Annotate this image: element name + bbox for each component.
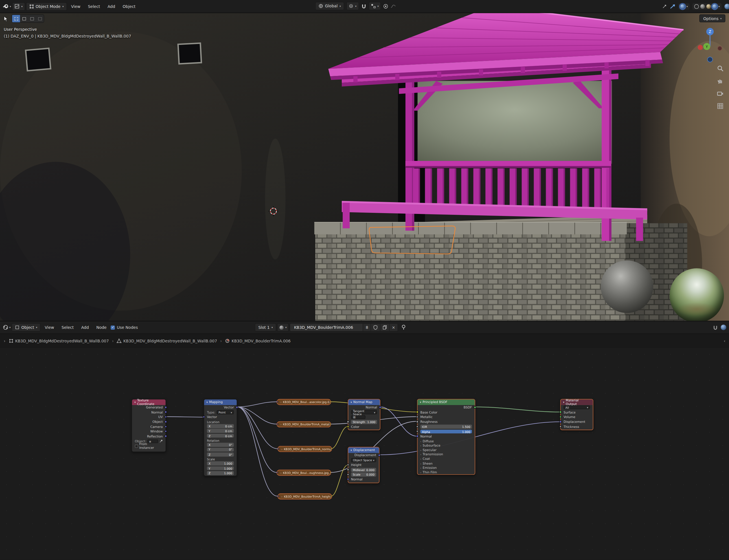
menu-object[interactable]: Object xyxy=(119,3,139,10)
socket-ior[interactable] xyxy=(416,425,419,428)
socket-normal-out[interactable] xyxy=(379,406,381,408)
section-emission[interactable]: ›Emission xyxy=(417,466,475,470)
mapping-type-dropdown[interactable]: Point▾ xyxy=(217,410,234,414)
menu-select[interactable]: Select xyxy=(85,3,103,10)
node-mapping[interactable]: ▾Mapping Vector Type: Point▾ Vector Loca… xyxy=(204,399,237,476)
section-sheen[interactable]: ›Sheen xyxy=(417,461,475,466)
node-displacement[interactable]: ▾Displacement Displacement Object Space▾… xyxy=(348,447,379,483)
xray-toggle-icon[interactable] xyxy=(670,3,676,9)
socket-displacement-in[interactable] xyxy=(559,421,562,423)
socket-vector[interactable] xyxy=(278,495,279,497)
material-name-field[interactable]: KB3D_MDV_BoulderTrimA.006 xyxy=(290,323,363,332)
socket-height[interactable] xyxy=(347,463,349,466)
scale-slider[interactable]: Scale0.000 xyxy=(351,473,376,477)
node-principled-bsdf[interactable]: ▾Principled BSDF BSDF Base Color Metalli… xyxy=(417,399,475,475)
section-thin-film[interactable]: ›Thin Film xyxy=(417,470,475,474)
rotation-x-slider[interactable]: X0° xyxy=(207,443,234,447)
location-z-slider[interactable]: Z0 cm xyxy=(207,434,234,438)
shading-material-icon[interactable] xyxy=(706,4,711,8)
output-target-dropdown[interactable]: All▾ xyxy=(564,405,590,409)
sidebar-expand-arrow[interactable]: › xyxy=(4,338,5,343)
scale-x-slider[interactable]: X1.000 xyxy=(207,461,234,465)
node-normal-map[interactable]: ▾Normal Map Normal Tangent Space▾ ▦ Stre… xyxy=(348,399,380,430)
select-box-mode[interactable] xyxy=(12,15,20,22)
displacement-space-dropdown[interactable]: Object Space▾ xyxy=(351,458,376,462)
pan-hand-icon[interactable] xyxy=(717,78,723,84)
falloff-curve-icon[interactable] xyxy=(391,3,396,8)
shader-editor-type-icon[interactable] xyxy=(3,325,8,330)
shader-menu-node[interactable]: Node xyxy=(93,324,110,331)
collapse-icon[interactable]: ▾ xyxy=(206,401,208,404)
options-button[interactable]: Options▾ xyxy=(700,14,726,22)
socket-vector-out[interactable] xyxy=(236,406,238,408)
show-gizmo-icon[interactable] xyxy=(662,4,667,9)
socket-vector-in[interactable] xyxy=(203,416,205,418)
socket-vector[interactable] xyxy=(278,447,279,450)
zoom-icon[interactable] xyxy=(717,65,723,72)
strength-slider[interactable]: Strength1.000 xyxy=(351,420,377,424)
collapse-icon[interactable]: ▾ xyxy=(563,401,564,404)
socket-scale[interactable] xyxy=(347,473,349,476)
breadcrumb-mesh-data[interactable]: KB3D_MDV_BldgMdDestroyedWall_B_WallB.007 xyxy=(117,338,217,343)
slot-dropdown[interactable]: Slot 1▾ xyxy=(255,323,276,332)
app-menu-chevron[interactable]: ▾ xyxy=(10,5,11,8)
node-texture-coordinate[interactable]: ▾Texture Coordinate Generated Normal UV … xyxy=(132,399,166,452)
fake-user-shield-icon[interactable] xyxy=(371,323,380,332)
expand-icon[interactable]: › xyxy=(280,423,281,426)
from-instancer-checkbox[interactable] xyxy=(135,445,138,448)
expand-icon[interactable]: › xyxy=(280,471,281,474)
pivot-dropdown[interactable]: ▾ xyxy=(346,2,359,10)
scale-y-slider[interactable]: Y1.000 xyxy=(207,466,234,470)
node-image-metallic[interactable]: › KB3D_MDV_BoulderTrimA_metallic.j... xyxy=(277,421,331,427)
shading-solid-icon[interactable] xyxy=(700,4,705,8)
node-image-normal[interactable]: › KB3D_MDV_BoulderTrimA_normal.jp... xyxy=(278,446,332,452)
socket-color[interactable] xyxy=(330,401,331,403)
socket-metallic[interactable] xyxy=(416,416,419,418)
section-diffuse[interactable]: ›Diffuse xyxy=(417,439,475,443)
blender-logo-icon[interactable] xyxy=(3,3,9,9)
socket-vector[interactable] xyxy=(277,471,278,474)
socket-strength[interactable] xyxy=(347,421,349,423)
location-y-slider[interactable]: Y0 cm xyxy=(207,429,234,433)
socket-thickness[interactable] xyxy=(559,425,562,428)
breadcrumb-material[interactable]: KB3D_MDV_BoulderTrimA.006 xyxy=(225,338,290,343)
socket-normal[interactable] xyxy=(416,435,419,437)
location-x-slider[interactable]: X0 cm xyxy=(207,424,234,428)
midlevel-slider[interactable]: Midlevel0.000 xyxy=(351,468,376,472)
use-nodes-checkbox[interactable]: ✓ xyxy=(111,325,115,329)
scale-z-slider[interactable]: Z1.000 xyxy=(207,471,234,475)
socket-color[interactable] xyxy=(330,471,331,474)
socket-vector[interactable] xyxy=(277,423,278,425)
3d-viewport[interactable]: Options▾ User Perspective (1) DAZ_ENV_0 … xyxy=(0,13,729,321)
navigation-gizmo[interactable]: Z Y xyxy=(697,26,724,65)
socket-volume[interactable] xyxy=(559,416,562,418)
node-material-output[interactable]: ▾Material Output All▾ Surface Volume Dis… xyxy=(560,399,593,430)
node-image-height[interactable]: › KB3D_MDV_BoulderTrimA_height.jpg... xyxy=(278,493,332,499)
socket-bsdf-out[interactable] xyxy=(474,406,476,408)
socket-midlevel[interactable] xyxy=(347,468,349,471)
socket-normal[interactable] xyxy=(165,411,167,413)
clipped-header-icon[interactable] xyxy=(724,3,729,9)
shading-rendered-icon[interactable] xyxy=(712,4,717,8)
socket-generated[interactable] xyxy=(165,406,167,408)
socket-vector[interactable] xyxy=(277,401,278,403)
material-users-count[interactable]: 8 xyxy=(363,323,371,332)
section-transmission[interactable]: ›Transmission xyxy=(417,452,475,457)
socket-color-in[interactable] xyxy=(347,425,349,428)
node-image-basecolor[interactable]: › KB3D_MDV_Boul...asecolor.jpg.006 xyxy=(277,399,331,405)
orientation-dropdown[interactable]: Global▾ xyxy=(315,2,344,10)
proportional-editing-icon[interactable] xyxy=(383,3,388,8)
shader-menu-select[interactable]: Select xyxy=(58,324,77,331)
shading-wireframe-icon[interactable] xyxy=(694,4,699,8)
active-tool-cursor-icon[interactable] xyxy=(3,16,9,21)
socket-displacement-out[interactable] xyxy=(378,454,380,456)
socket-color[interactable] xyxy=(330,447,332,450)
normal-space-dropdown[interactable]: Tangent Space▾ xyxy=(351,410,377,414)
socket-roughness[interactable] xyxy=(416,421,419,423)
section-coat[interactable]: ›Coat xyxy=(417,457,475,461)
socket-reflection[interactable] xyxy=(165,435,167,437)
rotation-z-slider[interactable]: Z0° xyxy=(207,452,234,456)
socket-surface[interactable] xyxy=(559,411,562,413)
shader-overlay-toggle[interactable] xyxy=(721,325,726,330)
shader-menu-view[interactable]: View xyxy=(41,324,57,331)
